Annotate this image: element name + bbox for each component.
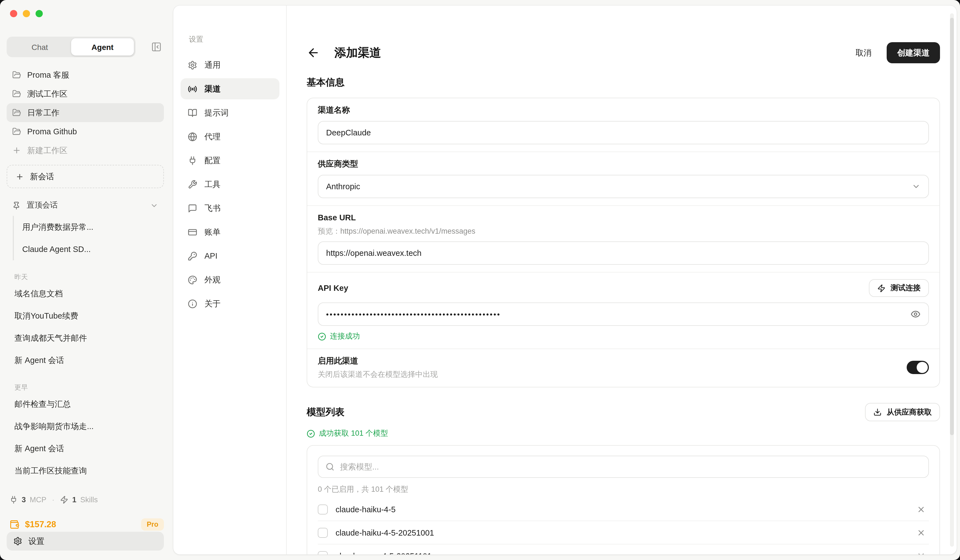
nav-item-about[interactable]: 关于 <box>181 293 280 314</box>
remove-model-icon[interactable] <box>917 552 926 554</box>
workspace-item[interactable]: 测试工作区 <box>7 85 164 103</box>
test-connection-button[interactable]: 测试连接 <box>869 279 929 297</box>
sidebar: Chat Agent Proma 客服 测试工作区 日常工作 Proma Git… <box>0 0 172 560</box>
search-icon <box>326 462 334 471</box>
minimize-window-button[interactable] <box>23 10 30 17</box>
session-item[interactable]: 邮件检查与汇总 <box>7 394 164 415</box>
session-item[interactable]: 战争影响期货市场走... <box>7 416 164 437</box>
workspace-label: 日常工作 <box>27 107 59 118</box>
close-window-button[interactable] <box>10 10 17 17</box>
session-label: 战争影响期货市场走... <box>14 421 94 432</box>
fetch-models-label: 从供应商获取 <box>887 407 932 417</box>
fetch-models-button[interactable]: 从供应商获取 <box>865 403 940 421</box>
chevron-down-icon <box>912 182 920 191</box>
api-key-input[interactable]: ••••••••••••••••••••••••••••••••••••••••… <box>318 303 929 326</box>
gear-icon <box>13 537 22 546</box>
zoom-window-button[interactable] <box>35 10 43 17</box>
nav-item-label: 工具 <box>205 179 221 190</box>
eye-icon[interactable] <box>910 309 920 319</box>
new-workspace-button[interactable]: 新建工作区 <box>7 141 164 160</box>
nav-item-proxy[interactable]: 代理 <box>181 126 280 147</box>
settings-nav-header: 设置 <box>189 34 286 45</box>
model-search[interactable] <box>318 456 929 478</box>
wallet-icon <box>10 520 19 530</box>
nav-item-label: 渠道 <box>205 83 221 94</box>
plan-badge: Pro <box>141 519 164 531</box>
session-item[interactable]: 新 Agent 会话 <box>7 438 164 459</box>
session-label: 新 Agent 会话 <box>14 443 64 454</box>
nav-item-config[interactable]: 配置 <box>181 150 280 171</box>
session-item[interactable]: 用户消费数据异常... <box>22 216 164 238</box>
palette-icon <box>188 275 197 284</box>
cancel-button[interactable]: 取消 <box>856 48 872 58</box>
back-button[interactable] <box>307 46 320 59</box>
new-session-label: 新会话 <box>30 171 54 182</box>
nav-item-appearance[interactable]: 外观 <box>181 269 280 290</box>
session-item[interactable]: 域名信息文档 <box>7 283 164 304</box>
enable-channel-toggle[interactable] <box>907 361 929 374</box>
models-heading: 模型列表 <box>307 406 344 418</box>
scrollbar-thumb[interactable] <box>950 18 954 435</box>
model-name: claude-haiku-4-5-20251001 <box>336 528 434 537</box>
workspace-item-selected[interactable]: 日常工作 <box>7 103 164 122</box>
sidebar-collapse-button[interactable] <box>149 40 164 54</box>
session-label: 当前工作区技能查询 <box>14 465 87 476</box>
lightning-icon <box>60 496 68 504</box>
model-row: claude-haiku-4-5 <box>318 498 929 521</box>
nav-item-label: 外观 <box>205 274 221 285</box>
create-channel-button[interactable]: 创建渠道 <box>887 42 940 63</box>
models-section-header: 模型列表 从供应商获取 <box>307 403 940 421</box>
session-item[interactable]: 当前工作区技能查询 <box>7 460 164 481</box>
folder-icon <box>12 108 21 117</box>
workspace-item[interactable]: Proma 客服 <box>7 65 164 85</box>
channel-name-label: 渠道名称 <box>318 105 929 115</box>
nav-item-channels[interactable]: 渠道 <box>181 78 280 99</box>
model-search-input[interactable] <box>340 462 921 471</box>
mode-tabs: Chat Agent <box>7 37 136 57</box>
settings-button[interactable]: 设置 <box>7 532 164 550</box>
session-item[interactable]: 查询成都天气并邮件 <box>7 327 164 349</box>
session-item[interactable]: Claude Agent SD... <box>22 238 164 260</box>
api-key-label: API Key <box>318 283 348 293</box>
nav-item-general[interactable]: 通用 <box>181 54 280 75</box>
enable-channel-section: 启用此渠道 关闭后该渠道不会在模型选择中出现 <box>307 349 939 387</box>
nav-item-feishu[interactable]: 飞书 <box>181 198 280 219</box>
nav-item-prompts[interactable]: 提示词 <box>181 102 280 123</box>
tab-chat[interactable]: Chat <box>8 38 71 56</box>
channel-name-input[interactable] <box>318 121 929 144</box>
nav-item-api[interactable]: API <box>181 245 280 266</box>
tab-agent[interactable]: Agent <box>71 38 134 56</box>
folder-icon <box>12 127 21 136</box>
provider-type-select[interactable]: Anthropic <box>318 175 929 198</box>
nav-item-tools[interactable]: 工具 <box>181 174 280 195</box>
nav-item-label: 配置 <box>205 155 221 166</box>
app-window: Chat Agent Proma 客服 测试工作区 日常工作 Proma Git… <box>0 0 960 560</box>
chevron-down-icon <box>150 201 158 209</box>
models-count-text: 0 个已启用，共 101 个模型 <box>318 485 929 495</box>
remove-model-icon[interactable] <box>917 505 926 514</box>
model-checkbox[interactable] <box>318 551 328 554</box>
new-session-button[interactable]: 新会话 <box>7 165 164 188</box>
settings-panel: 设置 通用 渠道 提示词 代理 配置 工具 <box>173 6 957 554</box>
history-group-header: 更早 <box>14 383 164 392</box>
base-url-preview: 预览：https://openai.weavex.tech/v1/message… <box>318 227 929 236</box>
pinned-sessions-list: 用户消费数据异常... Claude Agent SD... <box>13 216 164 260</box>
nav-item-billing[interactable]: 账单 <box>181 222 280 243</box>
book-icon <box>188 108 197 117</box>
basic-info-card: 渠道名称 供应商类型 Anthropic Base URL <box>307 98 940 388</box>
globe-icon <box>188 132 197 141</box>
model-checkbox[interactable] <box>318 528 328 538</box>
tab-chat-label: Chat <box>31 43 48 51</box>
model-name: claude-haiku-4-5 <box>336 505 395 514</box>
model-checkbox[interactable] <box>318 504 328 514</box>
session-item[interactable]: 新 Agent 会话 <box>7 349 164 371</box>
channel-form-main: 添加渠道 取消 创建渠道 基本信息 渠道名称 供应商类型 <box>286 6 957 554</box>
remove-model-icon[interactable] <box>917 528 926 537</box>
workspace-item[interactable]: Proma Github <box>7 122 164 141</box>
session-item[interactable]: 取消YouTube续费 <box>7 305 164 326</box>
base-url-input[interactable] <box>318 241 929 265</box>
plus-icon <box>12 146 21 155</box>
sidebar-content: Proma 客服 测试工作区 日常工作 Proma Github 新建工作区 新… <box>7 65 164 481</box>
pinned-sessions-header[interactable]: 置顶会话 <box>7 198 164 212</box>
balance-row[interactable]: $157.28 Pro <box>10 519 164 531</box>
